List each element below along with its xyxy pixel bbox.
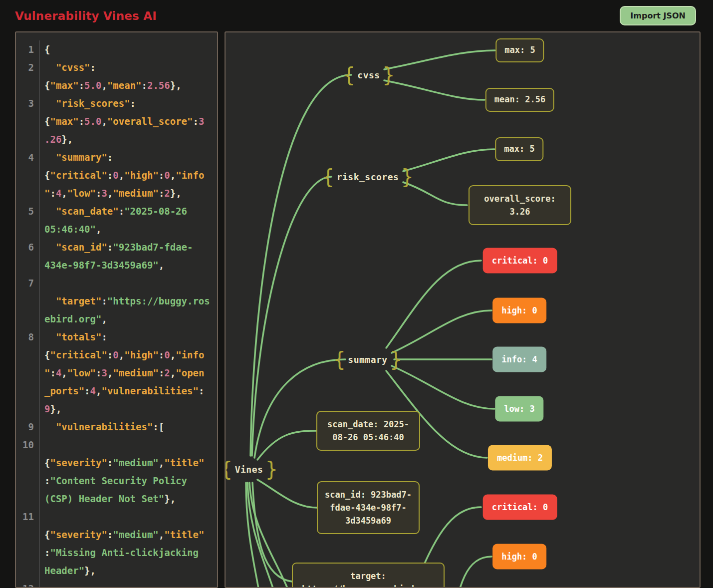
tree-node-summary-low[interactable]: low: 3 — [495, 396, 543, 422]
editor-row: 1{ — [16, 40, 217, 58]
tree-node-summary[interactable]: { summary } — [333, 347, 402, 371]
line-number: 9 — [16, 418, 40, 436]
code-text: "scan_date":"2025-08-26 — [40, 206, 187, 217]
code-text: ":4,"low":3,"medium":2,"open — [40, 367, 204, 378]
code-text: Header"}, — [40, 565, 96, 576]
line-number — [16, 292, 40, 310]
code-text: { — [40, 44, 50, 55]
line-number: 2 — [16, 58, 40, 76]
code-text: "scan_id":"923bad7-fdae- — [40, 242, 193, 253]
line-number: 4 — [16, 148, 40, 166]
editor-row: 7 — [16, 274, 217, 292]
code-text: (CSP) Header Not Set"}, — [40, 493, 176, 504]
tree-node-risk-max[interactable]: max: 5 — [495, 137, 543, 161]
editor-row: 9 "vulnerabilities":[ — [16, 418, 217, 436]
tree-node-totals-critical[interactable]: critical: 0 — [483, 495, 557, 520]
editor-row: 2 "cvss": — [16, 58, 217, 76]
import-json-button[interactable]: Import JSON — [620, 6, 696, 25]
code-text: {"max":5.0,"mean":2.56}, — [40, 80, 182, 91]
code-text: {"severity":"medium","title" — [40, 457, 204, 468]
tree-node-summary-medium[interactable]: medium: 2 — [488, 445, 552, 471]
brace-close-icon: } — [390, 347, 402, 371]
line-number — [16, 454, 40, 472]
app-title: Vulnerability Vines AI — [15, 9, 157, 22]
code-text: 9}, — [40, 403, 61, 414]
code-text: 05:46:40", — [40, 224, 101, 235]
editor-row: 9}, — [16, 400, 217, 418]
line-number: 8 — [16, 328, 40, 346]
editor-row: Header"}, — [16, 562, 217, 580]
line-number — [16, 472, 40, 490]
code-text: "vulnerabilities":[ — [40, 421, 164, 432]
line-number: 1 — [16, 40, 40, 58]
code-text: _ports":4,"vulnerabilities": — [40, 385, 204, 396]
line-number: 5 — [16, 202, 40, 220]
code-text: ":4,"low":3,"medium":2}, — [40, 188, 182, 199]
line-number — [16, 130, 40, 148]
tree-node-summary-high[interactable]: high: 0 — [492, 298, 546, 323]
line-number — [16, 364, 40, 382]
editor-row: 3 "risk_scores": — [16, 94, 217, 112]
editor-row: {"severity":"medium","title" — [16, 526, 217, 544]
line-number — [16, 490, 40, 508]
tree-node-root[interactable]: { Vines } — [225, 457, 277, 481]
editor-row: :"Missing Anti-clickjacking — [16, 544, 217, 562]
line-number — [16, 346, 40, 364]
editor-row: ":4,"low":3,"medium":2,"open — [16, 364, 217, 382]
code-text: "target":"https://buggy.ros — [40, 295, 210, 306]
tree-node-totals-high[interactable]: high: 0 — [492, 544, 546, 570]
line-number: 6 — [16, 238, 40, 256]
line-number: 3 — [16, 94, 40, 112]
tree-node-cvss-max[interactable]: max: 5 — [495, 38, 544, 62]
app-header: Vulnerability Vines AI Import JSON — [0, 0, 713, 31]
code-text: "risk_scores": — [40, 98, 136, 109]
tree-node-summary-critical[interactable]: critical: 0 — [483, 248, 557, 274]
code-text: "summary": — [40, 152, 113, 163]
editor-row: ":4,"low":3,"medium":2}, — [16, 184, 217, 202]
line-number — [16, 544, 40, 562]
tree-node-cvss-mean[interactable]: mean: 2.56 — [485, 88, 554, 112]
code-text: :"Content Security Policy — [40, 475, 187, 486]
line-number: 12 — [16, 580, 40, 588]
code-text: .26}, — [40, 134, 73, 145]
code-text: "cvss": — [40, 62, 96, 73]
editor-row: 8 "totals": — [16, 328, 217, 346]
brace-close-icon: } — [401, 165, 413, 189]
code-text: :"Missing Anti-clickjacking — [40, 547, 199, 558]
code-text: 434e-98f7-3d3459a69", — [40, 260, 164, 271]
brace-close-icon: } — [265, 457, 277, 481]
tree-node-summary-info[interactable]: info: 4 — [492, 347, 546, 372]
tree-node-target[interactable]: target: https://buggy.rosebird.org — [292, 563, 445, 588]
editor-row: 5 "scan_date":"2025-08-26 — [16, 202, 217, 220]
tree-node-risk-scores[interactable]: { risk_scores } — [322, 165, 414, 189]
editor-row: 434e-98f7-3d3459a69", — [16, 256, 217, 274]
brace-close-icon: } — [383, 63, 395, 87]
editor-row: 10 — [16, 436, 217, 454]
brace-open-icon: { — [333, 347, 345, 371]
line-number — [16, 76, 40, 94]
line-number — [16, 112, 40, 130]
line-number — [16, 562, 40, 580]
line-number — [16, 256, 40, 274]
editor-row: _ports":4,"vulnerabilities": — [16, 382, 217, 400]
editor-row: 4 "summary": — [16, 148, 217, 166]
editor-row: "target":"https://buggy.ros — [16, 292, 217, 310]
editor-row: {"max":5.0,"overall_score":3 — [16, 112, 217, 130]
editor-row: 12 — [16, 580, 217, 588]
tree-node-cvss[interactable]: { cvss } — [343, 63, 395, 87]
vine-tree-canvas[interactable]: { Vines } { cvss } { risk_scores } { sum… — [225, 31, 701, 588]
tree-node-scan-date[interactable]: scan_date: 2025-08-26 05:46:40 — [316, 411, 420, 451]
code-text: ebird.org", — [40, 313, 107, 324]
line-number — [16, 184, 40, 202]
editor-row: {"severity":"medium","title" — [16, 454, 217, 472]
tree-node-scan-id[interactable]: scan_id: 923bad7-fdae-434e-98f7-3d3459a6… — [317, 481, 420, 534]
json-editor[interactable]: 1{2 "cvss":{"max":5.0,"mean":2.56},3 "ri… — [15, 31, 218, 588]
code-text: {"max":5.0,"overall_score":3 — [40, 116, 204, 127]
tree-node-overall-score[interactable]: overall_score: 3.26 — [469, 185, 571, 225]
editor-row: ebird.org", — [16, 310, 217, 328]
line-number — [16, 220, 40, 238]
code-text: "totals": — [40, 331, 107, 342]
editor-row: :"Content Security Policy — [16, 472, 217, 490]
editor-row: 05:46:40", — [16, 220, 217, 238]
line-number: 11 — [16, 508, 40, 526]
